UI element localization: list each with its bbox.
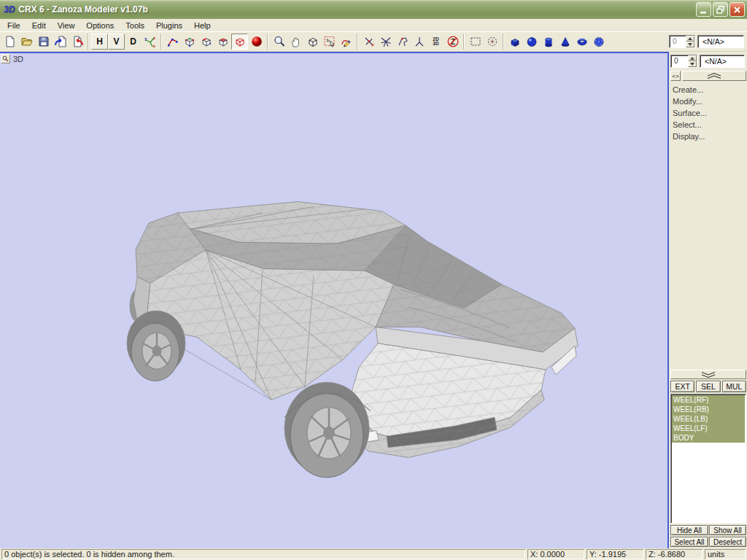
toolbar-separator [267,34,268,50]
create-box-button[interactable] [506,34,523,50]
command-surface[interactable]: Surface... [670,109,746,120]
close-button[interactable] [729,2,745,17]
save-button[interactable] [35,34,52,50]
select-faces-cube-icon [217,35,230,48]
up-arrow-icon [688,37,692,40]
edit-vertices-button[interactable] [164,34,181,50]
viewport-mode-label: 3D [13,55,23,63]
toolbar-separator [88,34,89,50]
mul-mode-button[interactable]: MUL [722,381,746,392]
svg-text:x: x [152,44,155,48]
menu-tools[interactable]: Tools [120,20,150,31]
selection-dropdown-1[interactable]: <N/A> [697,35,744,48]
command-display[interactable]: Display... [670,132,746,144]
axes-gizmo-button[interactable]: z y x [142,34,158,50]
create-torus-button[interactable] [573,34,590,50]
select-all-button[interactable]: Select All [670,537,708,547]
detach-vertex-button[interactable] [394,34,411,50]
command-modify[interactable]: Modify... [670,97,746,109]
viewport-3d[interactable]: 3D [0,52,669,548]
new-file-button[interactable] [1,34,18,50]
ext-mode-button[interactable]: EXT [670,381,694,392]
d-view-toggle[interactable]: D [125,34,142,50]
h-label: H [96,36,103,47]
create-geosphere-button[interactable] [590,34,607,50]
front-wheel [285,382,371,478]
hand-icon [290,35,303,48]
select-vertices-mode-button[interactable] [181,34,198,50]
command-create[interactable]: Create... [670,85,746,97]
hide-all-button[interactable]: Hide All [670,525,708,535]
car-body [127,202,578,478]
spinner-1-down-button[interactable] [686,42,694,47]
object-item-body[interactable]: BODY [672,433,745,443]
object-item-weel-rf[interactable]: WEEL(RF) [672,395,745,405]
material-sphere-button[interactable] [248,34,265,50]
select-cursor-icon [323,35,336,48]
deselect-button[interactable]: Deselect [709,537,746,547]
objects-listbox[interactable]: WEEL(RF) WEEL(RB) WEEL(LB) WEEL(LF) BODY [670,394,746,524]
rect-select-icon [469,35,482,48]
selection-dropdown-2[interactable]: <N/A> [700,55,745,68]
command-select[interactable]: Select... [670,120,746,132]
minimize-button[interactable] [696,2,711,17]
level-spinner-2-value: 0 [671,55,688,67]
weld-vertices-button[interactable] [360,34,377,50]
spinner-1-up-button[interactable] [686,36,694,42]
sel-mode-button[interactable]: SEL [696,381,720,392]
export-button[interactable] [69,34,85,50]
h-view-toggle[interactable]: H [91,34,108,50]
restore-button[interactable] [713,2,728,17]
zoom-tool-button[interactable] [271,34,287,50]
circle-select-icon [486,35,499,48]
status-x-coordinate: X: 0.0000 [527,549,584,559]
menu-help[interactable]: Help [188,20,217,31]
menu-edit[interactable]: Edit [26,20,52,31]
disable-z-button[interactable]: Z [444,34,461,50]
detach-vertex-icon [396,35,409,48]
modify-tool-button[interactable] [338,34,355,50]
convert-2d3d-button[interactable]: 2D 3D [427,34,444,50]
break-vertices-button[interactable] [377,34,394,50]
menu-file[interactable]: File [1,20,26,31]
show-all-button[interactable]: Show All [709,525,746,535]
expand-objects-button[interactable] [670,370,746,379]
toolbar-separator [160,34,162,50]
object-item-weel-lf[interactable]: WEEL(LF) [672,424,745,433]
select-vertices-cube-icon [183,35,196,48]
create-sphere-button[interactable] [523,34,540,50]
minimize-icon [699,5,708,15]
spinner-2-down-button[interactable] [688,61,697,67]
level-spinner-1: 0 [669,35,695,48]
spinner-2-up-button[interactable] [688,55,697,61]
menu-options[interactable]: Options [80,20,120,31]
down-arrow-icon [688,43,692,46]
geosphere-primitive-icon [592,35,605,48]
toolbar-separator [503,34,504,50]
pan-tool-button[interactable] [287,34,304,50]
select-objects-mode-button[interactable] [231,34,248,50]
v-view-toggle[interactable]: V [108,34,125,50]
object-item-weel-lb[interactable]: WEEL(LB) [672,414,745,424]
rect-select-button[interactable] [467,34,484,50]
select-faces-mode-button[interactable] [214,34,231,50]
circle-select-button[interactable] [484,34,500,50]
viewport-maximize-button[interactable] [1,54,10,63]
save-floppy-icon [37,35,50,48]
object-item-weel-rb[interactable]: WEEL(RB) [672,405,745,414]
create-cylinder-button[interactable] [540,34,557,50]
merge-vertices-button[interactable] [411,34,427,50]
import-button[interactable] [52,34,69,50]
menu-plugins[interactable]: Plugins [150,20,188,31]
menu-view[interactable]: View [52,20,81,31]
right-panel: 0 <N/A> <> Create... Modify. [669,52,747,548]
car-model[interactable] [0,53,667,548]
select-object-tool-button[interactable] [321,34,338,50]
create-cone-button[interactable] [557,34,573,50]
select-edges-mode-button[interactable] [198,34,214,50]
object-action-buttons: Hide All Show All Select All Deselect [670,525,746,547]
open-file-button[interactable] [18,34,35,50]
expand-toggle-button[interactable]: <> [670,71,681,81]
rotate-view-button[interactable] [304,34,321,50]
collapse-commands-button[interactable] [682,71,746,81]
